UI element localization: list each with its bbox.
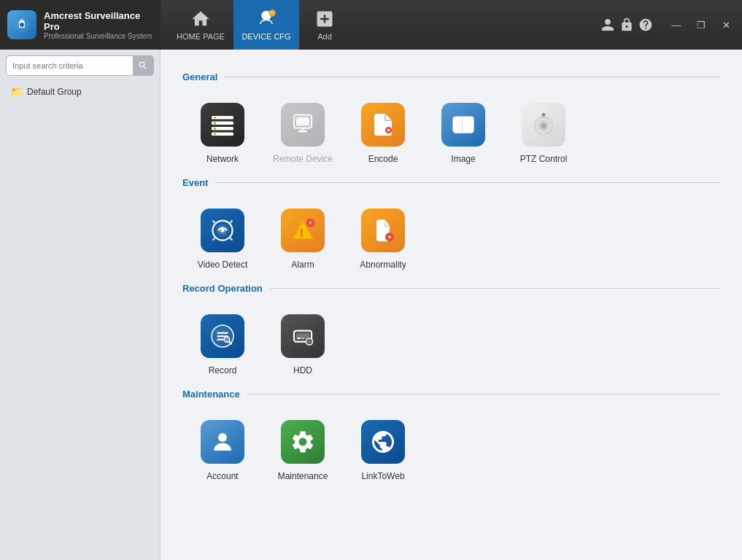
alarm-label: Alarm: [291, 260, 314, 270]
event-icon-grid: Video Detect ! Alarm: [182, 203, 720, 276]
svg-rect-16: [379, 126, 387, 128]
record-icon-box: [201, 314, 244, 358]
ptz-control-icon-box: [522, 103, 565, 147]
logo-icon: [7, 10, 36, 39]
section-general-line: [225, 77, 720, 77]
svg-point-22: [464, 120, 468, 123]
close-button[interactable]: ✕: [716, 16, 736, 34]
app-name-block: Amcrest Surveillance Pro Professional Su…: [44, 10, 153, 40]
linktoweb-item[interactable]: LinkToWeb: [343, 414, 423, 487]
folder-icon: 📁: [10, 86, 23, 98]
maintenance-icon-grid: Account Maintenance: [182, 414, 720, 487]
network-label: Network: [206, 154, 239, 164]
maintenance-icon-box: [281, 420, 325, 464]
svg-point-41: [308, 340, 312, 343]
svg-rect-32: [380, 230, 387, 232]
svg-point-3: [269, 9, 276, 16]
svg-rect-14: [298, 131, 307, 133]
minimize-button[interactable]: —: [666, 16, 687, 34]
app-title: Amcrest Surveillance Pro: [44, 10, 153, 32]
search-button[interactable]: [133, 55, 153, 76]
default-group[interactable]: 📁 Default Group: [6, 83, 154, 101]
svg-point-25: [541, 123, 546, 129]
section-general-header: General: [182, 71, 720, 82]
tab-add[interactable]: Add: [299, 0, 350, 50]
alarm-item[interactable]: ! Alarm: [263, 203, 343, 276]
video-detect-icon-box: [201, 209, 244, 252]
default-group-label: Default Group: [27, 87, 82, 97]
section-maintenance-title: Maintenance: [182, 389, 240, 400]
window-controls: — ❐ ✕: [660, 0, 742, 50]
record-item[interactable]: Record: [182, 308, 263, 381]
network-item[interactable]: Network: [182, 97, 263, 170]
remote-device-label: Remote Device: [273, 154, 333, 164]
hdd-item[interactable]: HDD: [263, 308, 343, 381]
svg-rect-15: [302, 128, 304, 131]
svg-rect-21: [463, 117, 474, 125]
abnormality-item[interactable]: Abnormality: [343, 203, 423, 276]
section-record-title: Record Operation: [182, 283, 263, 294]
image-label: Image: [451, 154, 475, 164]
ptz-control-item[interactable]: PTZ Control: [503, 97, 584, 170]
linktoweb-label: LinkToWeb: [361, 471, 404, 481]
section-maintenance: Maintenance Account: [182, 389, 720, 487]
account-item[interactable]: Account: [182, 414, 263, 487]
video-detect-label: Video Detect: [198, 260, 248, 270]
svg-rect-13: [296, 117, 309, 126]
main-area: 📁 Default Group General: [0, 50, 742, 560]
section-event-line: [215, 182, 720, 183]
tab-homepage[interactable]: HOME PAGE: [168, 0, 233, 50]
abnormality-label: Abnormality: [360, 260, 406, 270]
linktoweb-icon-box: [361, 420, 405, 464]
general-icon-grid: Network Remote Device: [182, 97, 720, 170]
top-icons: [593, 0, 660, 50]
image-item[interactable]: Image: [423, 97, 503, 170]
remote-device-item: Remote Device: [263, 97, 343, 170]
section-maintenance-line: [247, 394, 720, 394]
nav-tabs: HOME PAGE DEVICE CFG Add: [161, 0, 593, 50]
encode-item[interactable]: Encode: [343, 97, 423, 170]
app-subtitle: Professional Surveillance System: [44, 32, 153, 40]
network-icon-box: [201, 103, 244, 147]
svg-point-42: [302, 338, 304, 339]
help-icon[interactable]: [638, 18, 653, 32]
svg-point-9: [214, 122, 216, 124]
video-detect-item[interactable]: Video Detect: [182, 203, 263, 276]
svg-point-29: [221, 229, 225, 233]
maximize-button[interactable]: ❐: [691, 16, 711, 34]
section-record-operation: Record Operation Record: [182, 283, 720, 381]
search-box: [6, 55, 154, 76]
maintenance-label: Maintenance: [278, 471, 328, 481]
content: General: [161, 50, 742, 560]
lock-icon[interactable]: [619, 18, 634, 32]
hdd-icon-box: [281, 314, 325, 358]
svg-point-11: [214, 133, 216, 135]
encode-label: Encode: [368, 154, 398, 164]
section-maintenance-header: Maintenance: [182, 389, 720, 400]
tab-homepage-label: HOME PAGE: [177, 32, 225, 41]
svg-point-43: [218, 433, 227, 442]
record-icon-grid: Record HDD: [182, 308, 720, 381]
alarm-icon-box: !: [281, 209, 325, 252]
abnormality-icon-box: [361, 209, 405, 252]
svg-point-1: [20, 23, 24, 27]
encode-icon-box: [361, 103, 405, 147]
account-label: Account: [206, 471, 238, 481]
svg-rect-17: [379, 129, 385, 131]
svg-rect-20: [454, 117, 463, 133]
app-logo: Amcrest Surveillance Pro Professional Su…: [0, 0, 161, 50]
sidebar: 📁 Default Group: [0, 50, 161, 560]
hdd-label: HDD: [293, 365, 312, 376]
remote-device-icon-box: [281, 103, 325, 147]
svg-text:!: !: [300, 226, 304, 238]
tab-devicecfg[interactable]: DEVICE CFG: [233, 0, 299, 50]
section-general: General: [182, 71, 720, 170]
user-icon[interactable]: [600, 18, 615, 32]
titlebar: Amcrest Surveillance Pro Professional Su…: [0, 0, 742, 50]
section-event: Event Video Detect: [182, 177, 720, 276]
svg-point-31: [306, 219, 315, 228]
maintenance-icon-item[interactable]: Maintenance: [263, 414, 343, 487]
section-record-header: Record Operation: [182, 283, 720, 294]
search-input[interactable]: [7, 61, 133, 70]
section-general-title: General: [182, 71, 217, 82]
